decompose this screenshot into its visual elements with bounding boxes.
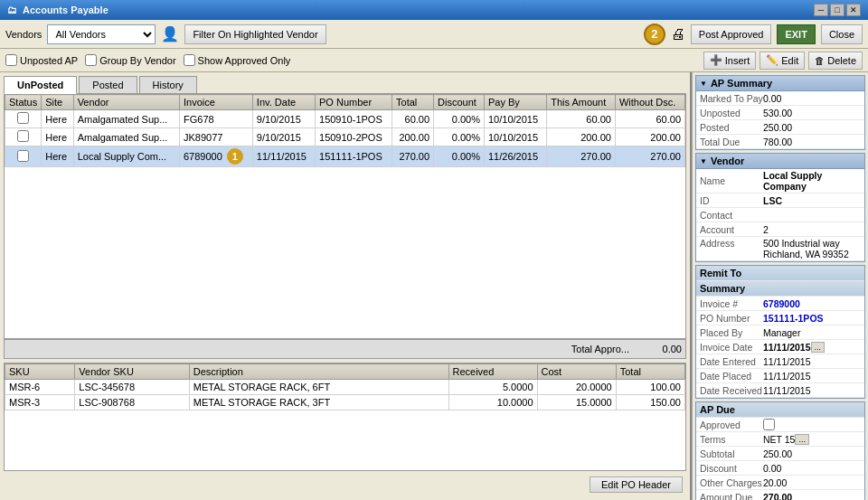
vendor-name-row: Name Local Supply Company bbox=[696, 169, 864, 193]
right-panel: AP Summary Marked To Pay 0.00 Unposted 5… bbox=[692, 72, 868, 500]
detail-col-description: Description bbox=[189, 364, 448, 380]
tab-unposted[interactable]: UnPosted bbox=[4, 76, 77, 94]
invoice-num-row: Invoice # 6789000 bbox=[696, 297, 864, 311]
table-row[interactable]: HereAmalgamated Sup...FG6789/10/20151509… bbox=[5, 110, 685, 128]
approved-row: Approved bbox=[696, 418, 864, 432]
user-icon: 👤 bbox=[161, 25, 179, 42]
window-controls: ─ □ ✕ bbox=[814, 4, 861, 16]
total-approx-value: 0.00 bbox=[637, 344, 682, 354]
vendor-id-row: ID LSC bbox=[696, 193, 864, 208]
step-badge: 2 bbox=[644, 24, 665, 45]
invoice-table: Status Site Vendor Invoice Inv. Date PO … bbox=[5, 94, 685, 167]
vendors-label: Vendors bbox=[5, 29, 42, 40]
delete-button[interactable]: 🗑 Delete bbox=[808, 52, 863, 70]
table-row[interactable]: HereLocal Supply Com...6789000 111/11/20… bbox=[5, 146, 685, 167]
amount-due-row: Amount Due 270.00 bbox=[696, 490, 864, 500]
col-without-dsc: Without Dsc. bbox=[615, 95, 684, 110]
vendor-account-row: Account 2 bbox=[696, 222, 864, 237]
col-vendor: Vendor bbox=[73, 95, 179, 110]
ap-summary-section: AP Summary Marked To Pay 0.00 Unposted 5… bbox=[695, 75, 865, 150]
vendor-header: Vendor bbox=[696, 154, 864, 169]
post-approved-button[interactable]: Post Approved bbox=[691, 24, 772, 44]
col-total: Total bbox=[392, 95, 434, 110]
detail-col-total: Total bbox=[616, 364, 684, 380]
main-container: Vendors All Vendors 👤 Filter On Highligh… bbox=[0, 20, 868, 500]
col-discount: Discount bbox=[434, 95, 485, 110]
edit-icon: ✏️ bbox=[766, 54, 778, 66]
toolbar1: Vendors All Vendors 👤 Filter On Highligh… bbox=[0, 20, 868, 49]
bottom-buttons: Edit PO Header bbox=[0, 475, 690, 500]
unposted-ap-checkbox[interactable] bbox=[5, 54, 17, 66]
close-button[interactable]: Close bbox=[821, 24, 863, 44]
vendor-address-row: Address 500 Industrial way Richland, WA … bbox=[696, 237, 864, 261]
delete-icon: 🗑 bbox=[815, 55, 825, 66]
col-site: Site bbox=[42, 95, 73, 110]
terms-row: Terms NET 15 ... bbox=[696, 432, 864, 447]
insert-button[interactable]: ➕ Insert bbox=[703, 52, 757, 70]
filter-label: Filter On Highlighted Vendor bbox=[193, 29, 317, 40]
date-entered-row: Date Entered 11/11/2015 bbox=[696, 354, 864, 369]
show-approved-only-label: Show Approved Only bbox=[184, 54, 291, 66]
toolbar2: Unposted AP Group By Vendor Show Approve… bbox=[0, 49, 868, 72]
remit-summary-section: Remit To Summary Invoice # 6789000 PO Nu… bbox=[695, 265, 865, 399]
tabs: UnPosted Posted History bbox=[0, 72, 690, 93]
col-status: Status bbox=[5, 95, 42, 110]
left-panel: UnPosted Posted History Status Site Ve bbox=[0, 72, 692, 500]
detail-table-container: SKU Vendor SKU Description Received Cost… bbox=[4, 363, 686, 471]
tab-history[interactable]: History bbox=[139, 76, 197, 93]
unposted-row: Unposted 530.00 bbox=[696, 106, 864, 120]
invoice-date-row: Invoice Date 11/11/2015 ... bbox=[696, 340, 864, 354]
group-by-vendor-checkbox[interactable] bbox=[85, 54, 97, 66]
close-window-button[interactable]: ✕ bbox=[846, 4, 861, 16]
subtotal-row: Subtotal 250.00 bbox=[696, 447, 864, 461]
footer-row: Total Appro... 0.00 bbox=[4, 339, 686, 359]
ap-summary-header: AP Summary bbox=[696, 76, 864, 91]
other-charges-row: Other Charges 20.00 bbox=[696, 476, 864, 490]
vendor-select[interactable]: All Vendors bbox=[47, 24, 156, 44]
col-pay-by: Pay By bbox=[484, 95, 546, 110]
detail-table-row: MSR-3LSC-908768METAL STORAGE RACK, 3FT10… bbox=[5, 395, 685, 410]
remit-to-header: Remit To bbox=[696, 266, 864, 281]
app-icon: 🗂 bbox=[7, 5, 17, 15]
edit-button[interactable]: ✏️ Edit bbox=[760, 52, 805, 70]
invoice-table-container: Status Site Vendor Invoice Inv. Date PO … bbox=[4, 93, 686, 339]
marked-to-pay-row: Marked To Pay 0.00 bbox=[696, 91, 864, 106]
detail-col-cost: Cost bbox=[537, 364, 616, 380]
unposted-ap-label: Unposted AP bbox=[5, 54, 78, 66]
post-approved-label: Post Approved bbox=[699, 29, 764, 40]
detail-col-received: Received bbox=[448, 364, 537, 380]
ap-due-header: AP Due bbox=[696, 402, 864, 418]
ap-due-section: AP Due Approved Terms NET 15 ... Subtota… bbox=[695, 401, 865, 500]
edit-po-header-button[interactable]: Edit PO Header bbox=[590, 476, 683, 493]
insert-icon: ➕ bbox=[710, 54, 722, 66]
date-received-row: Date Received 11/11/2015 bbox=[696, 383, 864, 398]
placed-by-row: Placed By Manager bbox=[696, 325, 864, 340]
col-invoice: Invoice bbox=[179, 95, 252, 110]
app-title: Accounts Payable bbox=[23, 5, 108, 15]
detail-col-vendor-sku: Vendor SKU bbox=[75, 364, 190, 380]
detail-col-sku: SKU bbox=[5, 364, 75, 380]
po-number-row: PO Number 151111-1POS bbox=[696, 311, 864, 325]
posted-row: Posted 250.00 bbox=[696, 120, 864, 135]
vendor-contact-row: Contact bbox=[696, 208, 864, 222]
restore-button[interactable]: □ bbox=[830, 4, 844, 16]
col-inv-date: Inv. Date bbox=[252, 95, 315, 110]
col-this-amount: This Amount bbox=[547, 95, 616, 110]
show-approved-only-checkbox[interactable] bbox=[184, 54, 195, 66]
discount-row: Discount 0.00 bbox=[696, 461, 864, 476]
content-area: UnPosted Posted History Status Site Ve bbox=[0, 72, 868, 500]
print-icon: 🖨 bbox=[671, 26, 685, 42]
vendor-section: Vendor Name Local Supply Company ID LSC … bbox=[695, 153, 865, 262]
table-row[interactable]: HereAmalgamated Sup...JK890779/10/201515… bbox=[5, 128, 685, 146]
total-due-row: Total Due 780.00 bbox=[696, 135, 864, 149]
tab-posted[interactable]: Posted bbox=[79, 76, 137, 93]
exit-button[interactable]: EXIT bbox=[777, 24, 815, 44]
group-by-vendor-label: Group By Vendor bbox=[85, 54, 175, 66]
approved-checkbox[interactable] bbox=[763, 419, 775, 430]
terms-picker-button[interactable]: ... bbox=[795, 434, 809, 445]
summary-header: Summary bbox=[696, 281, 864, 297]
title-bar: 🗂 Accounts Payable ─ □ ✕ bbox=[0, 0, 868, 20]
minimize-button[interactable]: ─ bbox=[814, 4, 828, 16]
invoice-date-picker-button[interactable]: ... bbox=[811, 342, 826, 353]
filter-highlighted-vendor-button[interactable]: Filter On Highlighted Vendor bbox=[184, 24, 326, 44]
